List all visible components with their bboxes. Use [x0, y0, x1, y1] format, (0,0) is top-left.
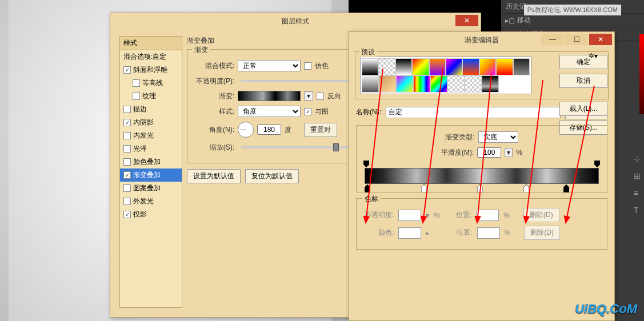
preset-swatch[interactable]	[447, 75, 465, 93]
preset-swatch[interactable]	[413, 75, 430, 93]
angle-input[interactable]	[257, 125, 281, 135]
dialog-title: 渐变编辑器	[465, 35, 499, 45]
preset-swatch[interactable]	[429, 58, 446, 75]
dropdown-icon[interactable]: ▾	[505, 148, 513, 157]
style-item-label: 光泽	[133, 144, 147, 154]
name-input[interactable]	[386, 107, 561, 118]
style-label: 样式:	[194, 107, 234, 117]
preset-swatch[interactable]	[479, 58, 496, 75]
color-stop[interactable]	[421, 184, 427, 192]
svg-marker-2	[365, 184, 370, 192]
reverse-checkbox[interactable]	[317, 93, 324, 100]
blend-mode-label: 混合模式:	[194, 61, 234, 71]
gradient-dropdown-icon[interactable]: ▾	[304, 91, 313, 101]
checkbox[interactable]: ✓	[123, 119, 131, 126]
preset-swatch[interactable]	[378, 58, 395, 75]
blend-options-item[interactable]: 混合选项:自定	[120, 50, 182, 63]
style-item[interactable]: 颜色叠加	[120, 155, 182, 168]
titlebar[interactable]: 图层样式 ✕	[110, 13, 481, 29]
checkbox[interactable]	[133, 79, 140, 87]
minimize-button[interactable]: —	[541, 34, 564, 45]
style-item[interactable]: 光泽	[120, 142, 182, 155]
opacity-stop[interactable]	[594, 160, 600, 167]
color-stop[interactable]	[523, 184, 529, 192]
smoothness-label: 平滑度(M):	[441, 148, 474, 158]
style-item[interactable]: ✓斜面和浮雕	[120, 63, 182, 77]
checkbox[interactable]	[133, 93, 140, 100]
checkbox[interactable]	[123, 106, 131, 113]
history-item-label: 移动	[517, 15, 531, 25]
smoothness-input[interactable]	[477, 147, 501, 158]
history-item-move[interactable]: ▸▢ 移动	[501, 14, 644, 27]
preset-swatch[interactable]	[462, 58, 479, 75]
gear-icon[interactable]: ✲▾	[589, 52, 598, 60]
reset-alignment-button[interactable]: 重置对	[304, 123, 337, 137]
color-stop[interactable]	[477, 184, 483, 192]
checkbox[interactable]	[123, 145, 131, 153]
style-item[interactable]: ✓内阴影	[120, 116, 182, 129]
preset-swatch[interactable]	[412, 58, 429, 75]
icon-1[interactable]: ⊹	[634, 154, 642, 163]
style-item[interactable]: 外发光	[120, 195, 182, 208]
style-item[interactable]: ✓渐变叠加	[120, 168, 182, 182]
presets-label: 预设	[359, 47, 377, 57]
preset-swatch[interactable]	[513, 58, 530, 75]
style-item[interactable]: 描边	[120, 103, 182, 116]
preset-swatch[interactable]	[396, 75, 413, 93]
preset-grid[interactable]	[360, 57, 531, 94]
maximize-button[interactable]: ☐	[565, 34, 588, 45]
close-button[interactable]: ✕	[589, 34, 612, 45]
preset-swatch[interactable]	[446, 58, 462, 75]
style-item[interactable]: 图案叠加	[120, 182, 182, 195]
style-item[interactable]: 等高线	[120, 77, 182, 90]
preset-swatch[interactable]	[465, 75, 482, 93]
opacity-stop[interactable]	[363, 160, 369, 167]
preset-swatch[interactable]	[496, 58, 513, 75]
make-default-button[interactable]: 设置为默认值	[187, 169, 241, 183]
icon-2[interactable]: ⊞	[634, 171, 642, 180]
preset-swatch[interactable]	[362, 75, 379, 93]
reset-default-button[interactable]: 复位为默认值	[245, 169, 299, 183]
stop-opacity-label: 不透明度:	[365, 210, 394, 220]
type-icon[interactable]: T	[634, 206, 642, 215]
preset-swatch[interactable]	[379, 75, 396, 93]
checkbox[interactable]	[123, 132, 131, 139]
checkbox[interactable]: ✓	[123, 171, 131, 179]
angle-dial[interactable]	[238, 122, 254, 138]
checkbox[interactable]: ✓	[123, 66, 131, 74]
color-stop[interactable]	[365, 184, 370, 192]
position-label: 位置:	[456, 210, 471, 220]
checkbox[interactable]	[123, 198, 131, 205]
gradient-type-select[interactable]: 实底	[478, 131, 518, 143]
blend-mode-select[interactable]: 正常	[238, 60, 301, 71]
svg-marker-0	[363, 160, 369, 167]
style-select[interactable]: 角度	[238, 106, 301, 117]
checkbox[interactable]: ✓	[123, 211, 131, 218]
style-item[interactable]: ✓投影	[120, 208, 182, 221]
dialog-title: 图层样式	[282, 17, 309, 26]
close-button[interactable]: ✕	[455, 15, 478, 26]
checkbox[interactable]	[123, 158, 131, 166]
color-stop[interactable]	[563, 184, 569, 192]
minimize-icon: —	[549, 35, 556, 43]
gradient-preview[interactable]	[238, 91, 301, 101]
icon-3[interactable]: ≡	[634, 188, 642, 198]
preset-swatch[interactable]	[430, 75, 447, 93]
styles-header: 样式	[120, 37, 182, 50]
gradient-bar[interactable]	[365, 168, 599, 184]
checkbox[interactable]	[123, 184, 131, 192]
preset-swatch[interactable]	[362, 58, 378, 75]
svg-marker-4	[477, 184, 483, 192]
style-item[interactable]: 内发光	[120, 129, 182, 142]
titlebar[interactable]: 渐变编辑器 — ☐ ✕	[349, 32, 614, 48]
align-checkbox[interactable]: ✓	[304, 108, 311, 115]
dither-checkbox[interactable]	[304, 62, 311, 70]
delete-opacity-stop-button[interactable]: 删除(D)	[523, 208, 559, 222]
preset-swatch[interactable]	[482, 75, 499, 93]
load-button[interactable]: 载入(L)...	[559, 102, 607, 116]
reverse-label: 反向	[327, 91, 341, 101]
name-label: 名称(N):	[356, 107, 381, 117]
preset-swatch[interactable]	[395, 58, 412, 75]
delete-color-stop-button[interactable]: 删除(D)	[524, 226, 560, 240]
style-item[interactable]: 纹理	[120, 90, 182, 103]
